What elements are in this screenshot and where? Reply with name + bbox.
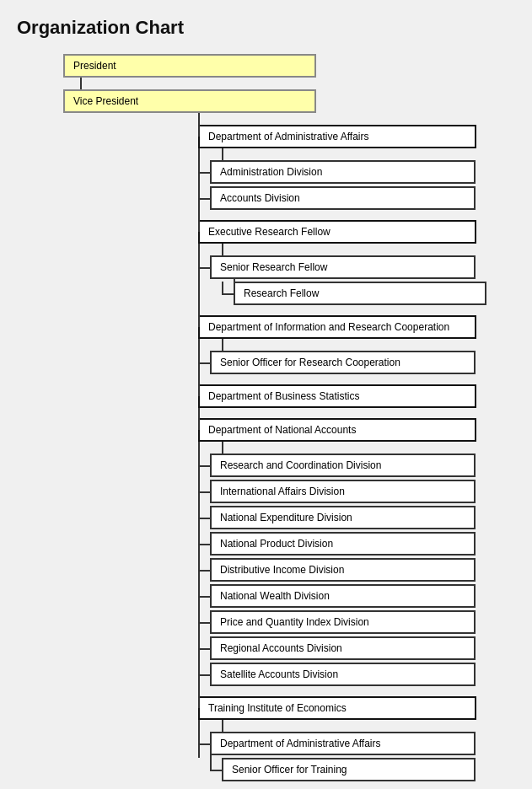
exec-research-box: Executive Research Fellow <box>198 220 476 244</box>
senior-research-box: Senior Research Fellow <box>210 255 476 279</box>
vp-box: Vice President <box>63 89 316 113</box>
research-fellow-box: Research Fellow <box>234 282 486 305</box>
page-title: Organization Chart <box>17 17 515 39</box>
natl-wealth-box: National Wealth Division <box>210 584 476 608</box>
dept-info-box: Department of Information and Research C… <box>198 315 476 339</box>
dept-admin2-box: Department of Administrative Affairs <box>210 732 476 755</box>
training-box: Training Institute of Economics <box>198 696 476 720</box>
dept-national-box: Department of National Accounts <box>198 418 476 442</box>
research-coord-box: Research and Coordination Division <box>210 454 476 477</box>
dept-business-box: Department of Business Statistics <box>198 384 476 408</box>
admin-div-box: Administration Division <box>210 160 476 184</box>
org-chart: President Vice President Department of A… <box>17 54 515 781</box>
distributive-box: Distributive Income Division <box>210 558 476 582</box>
dept-admin-box: Department of Administrative Affairs <box>198 125 476 148</box>
intl-affairs-box: International Affairs Division <box>210 480 476 503</box>
regional-box: Regional Accounts Division <box>210 636 476 660</box>
accounts-div-box: Accounts Division <box>210 186 476 210</box>
senior-officer-training-box: Senior Officer for Training <box>222 758 476 781</box>
satellite-box: Satellite Accounts Division <box>210 663 476 686</box>
price-qty-box: Price and Quantity Index Division <box>210 610 476 634</box>
natl-expenditure-box: National Expenditure Division <box>210 506 476 529</box>
president-box: President <box>63 54 316 78</box>
natl-product-box: National Product Division <box>210 532 476 556</box>
senior-officer-research-box: Senior Officer for Research Cooperation <box>210 351 476 374</box>
